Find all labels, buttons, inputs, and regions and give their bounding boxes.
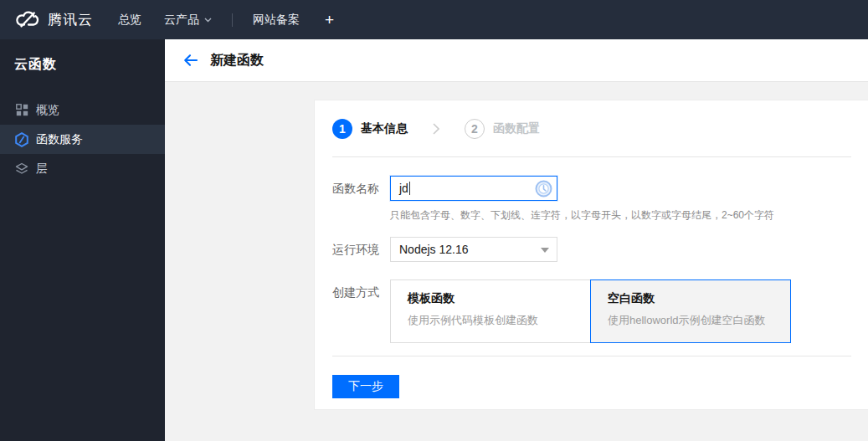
top-nav-links: 总览 云产品 网站备案 + <box>118 12 334 28</box>
chevron-right-icon <box>433 123 439 135</box>
sidebar-item-function-service[interactable]: 函数服务 <box>0 125 165 154</box>
page-title: 新建函数 <box>210 52 264 69</box>
pending-clock-icon <box>535 180 552 201</box>
next-step-button[interactable]: 下一步 <box>332 375 399 398</box>
method-card-template-function[interactable]: 模板函数 使用示例代码模板创建函数 <box>390 279 591 343</box>
sidebar-item-layers[interactable]: 层 <box>0 154 165 183</box>
method-card-desc: 使用示例代码模板创建函数 <box>408 313 573 328</box>
sidebar: 云函数 概览 函数服务 <box>0 39 165 441</box>
content-area: 1 基本信息 2 函数配置 函数名称 jd <box>165 82 868 441</box>
step-2-circle: 2 <box>465 119 485 139</box>
footer-divider <box>332 356 851 356</box>
runtime-row: 运行环境 Nodejs 12.16 <box>332 237 851 262</box>
step-indicator: 1 基本信息 2 函数配置 <box>332 100 851 157</box>
step-1-label: 基本信息 <box>361 121 408 136</box>
method-card-title: 模板函数 <box>408 291 573 306</box>
runtime-select[interactable]: Nodejs 12.16 <box>390 237 557 262</box>
nav-item-overview[interactable]: 总览 <box>118 13 141 28</box>
function-name-input[interactable]: jd <box>390 176 557 201</box>
sidebar-item-overview[interactable]: 概览 <box>0 95 165 125</box>
text-cursor <box>409 182 410 195</box>
grid-icon <box>14 103 29 118</box>
nav-divider <box>232 13 233 27</box>
sidebar-item-label: 概览 <box>36 103 59 118</box>
chevron-down-icon <box>204 18 212 23</box>
runtime-selected-value: Nodejs 12.16 <box>399 243 469 256</box>
back-button[interactable] <box>182 53 198 68</box>
function-hexagon-icon <box>14 132 29 147</box>
creation-method-cards: 模板函数 使用示例代码模板创建函数 空白函数 使用helloworld示例创建空… <box>390 279 791 343</box>
nav-item-label: 网站备案 <box>253 13 300 28</box>
function-name-field-group: jd 只能包含字母、数字、下划线、连字符，以字母开头，以数字或字母结尾，2~60… <box>390 176 774 223</box>
creation-method-row: 创建方式 模板函数 使用示例代码模板创建函数 空白函数 使用helloworld… <box>332 279 851 343</box>
top-navbar: 腾讯云 总览 云产品 网站备案 + <box>0 0 868 39</box>
creation-method-label: 创建方式 <box>332 279 390 343</box>
function-name-row: 函数名称 jd 只能包含字母、数字、下划线、连字符，以 <box>332 176 851 223</box>
function-name-label: 函数名称 <box>332 176 390 223</box>
caret-down-icon <box>541 248 549 253</box>
function-name-hint: 只能包含字母、数字、下划线、连字符，以字母开头，以数字或字母结尾，2~60个字符 <box>390 208 774 223</box>
add-tab-button[interactable]: + <box>325 12 334 28</box>
sidebar-menu: 概览 函数服务 层 <box>0 95 165 183</box>
sidebar-item-label: 函数服务 <box>36 132 83 147</box>
nav-item-website-icp[interactable]: 网站备案 <box>253 13 300 28</box>
arrow-left-icon <box>182 53 198 68</box>
method-card-blank-function[interactable]: 空白函数 使用helloworld示例创建空白函数 <box>590 279 791 343</box>
nav-item-label: 总览 <box>118 13 141 28</box>
step-2-label: 函数配置 <box>493 121 540 136</box>
method-card-title: 空白函数 <box>608 291 773 306</box>
sidebar-title: 云函数 <box>0 39 165 74</box>
nav-item-cloud-products[interactable]: 云产品 <box>164 13 212 28</box>
layers-icon <box>14 162 29 177</box>
page-header: 新建函数 <box>165 39 868 82</box>
step-1-circle: 1 <box>332 119 352 139</box>
brand-name: 腾讯云 <box>48 10 93 29</box>
tencent-cloud-logo[interactable]: 腾讯云 <box>14 10 93 29</box>
cloud-logo-icon <box>14 10 40 29</box>
function-name-value: jd <box>399 182 408 195</box>
runtime-label: 运行环境 <box>332 237 390 262</box>
nav-item-label: 云产品 <box>164 13 199 28</box>
sidebar-item-label: 层 <box>36 162 48 177</box>
basic-info-form: 函数名称 jd 只能包含字母、数字、下划线、连字符，以 <box>332 157 851 343</box>
create-function-panel: 1 基本信息 2 函数配置 函数名称 jd <box>314 100 868 410</box>
method-card-desc: 使用helloworld示例创建空白函数 <box>608 313 773 328</box>
